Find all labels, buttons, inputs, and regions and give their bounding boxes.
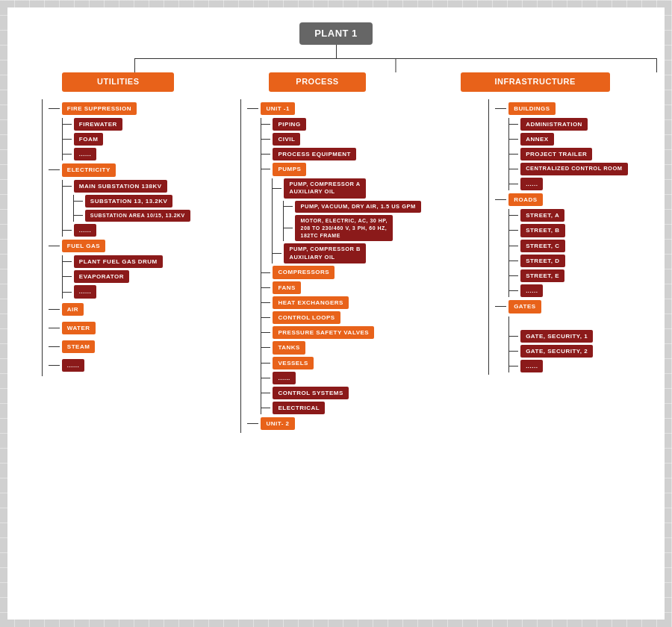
water-node: WATER <box>62 322 96 334</box>
diagram-wrapper: PLANT 1 UTILITIES PROCESS INFRASTRUCTURE <box>7 7 665 620</box>
ellipsis-bldg-node: ...... <box>520 178 543 190</box>
buildings-row: BUILDINGS <box>495 102 660 115</box>
unit1-row: UNIT -1 <box>247 102 464 115</box>
sub13-node: SUBSTATION 13, 13.2KV <box>85 195 173 208</box>
unit2-node: UNIT- 2 <box>261 417 294 430</box>
ellipsis-gates-node: ...... <box>520 360 543 372</box>
pumps-node: PUMPS <box>273 163 306 175</box>
buildings-node: BUILDINGS <box>508 102 556 115</box>
gate2-node: GATE, SECURITY, 2 <box>520 345 593 358</box>
pump-vacuum-node: PUMP, VACUUM, DRY AIR, 1.5 US GPM <box>295 201 420 213</box>
ellipsis-fire-node: ...... <box>74 148 96 160</box>
fire-suppression-node: FIRE SUPPRESSION <box>62 102 137 115</box>
ellipsis-util-row: ...... <box>49 359 217 372</box>
annex-node: ANNEX <box>520 133 554 146</box>
motor-node: MOTOR, ELECTRIC, AC, 30 HP,208 TO 230/46… <box>295 215 392 241</box>
piping-node: PIPING <box>273 118 305 131</box>
centralized-node: CENTRALIZED CONTROL ROOM <box>520 163 627 175</box>
air-row: AIR <box>49 303 217 316</box>
ellipsis-process-node: ...... <box>273 372 295 384</box>
ellipsis-gas-node: ...... <box>74 285 96 298</box>
street-b-node: STREET, B <box>520 224 564 237</box>
unit1-node: UNIT -1 <box>261 102 295 115</box>
foam-node: FOAM <box>74 133 104 146</box>
gate1-node: GATE, SECURITY, 1 <box>520 330 593 343</box>
admin-node: ADMINISTRATION <box>520 118 588 131</box>
electrical-node: ELECTRICAL <box>273 402 325 414</box>
org-chart: PLANT 1 UTILITIES PROCESS INFRASTRUCTURE <box>15 22 657 433</box>
compressors-node: COMPRESSORS <box>273 266 335 278</box>
root-node: PLANT 1 <box>299 22 373 45</box>
street-c-node: STREET, C <box>520 240 564 252</box>
electricity-node: ELECTRICITY <box>62 163 116 176</box>
process-header: PROCESS <box>269 72 366 91</box>
infrastructure-column: BUILDINGS ADMINISTRATION ANNEX PROJECT T… <box>488 99 660 375</box>
process-column: UNIT -1 PIPING CIVIL PROCESS EQUIPMENT <box>240 99 464 434</box>
street-a-node: STREET, A <box>520 209 564 222</box>
sub-area-node: SUBSTATION AREA 10/15, 13.2KV <box>85 210 190 222</box>
water-row: WATER <box>49 322 217 334</box>
control-systems-node: CONTROL SYSTEMS <box>273 387 348 399</box>
air-node: AIR <box>62 303 84 316</box>
pump-comp-b-node: PUMP, COMPRESSOR BAUXILIARY OIL <box>284 243 366 263</box>
roads-node: ROADS <box>508 193 542 206</box>
vessels-node: VESSELS <box>273 357 313 369</box>
control-loops-node: CONTROL LOOPS <box>273 311 340 324</box>
utilities-column: FIRE SUPPRESSION FIREWATER FOAM ...... <box>42 99 217 377</box>
utilities-header: UTILITIES <box>62 72 174 91</box>
fuelgas-node: FUEL GAS <box>62 240 105 252</box>
pumps-row: PUMPS <box>261 163 464 175</box>
civil-node: CIVIL <box>273 133 300 146</box>
steam-node: STEAM <box>62 340 96 353</box>
electricity-row: ELECTRICITY <box>49 163 217 176</box>
tree-row: FIRE SUPPRESSION <box>49 102 217 115</box>
street-d-node: STREET, D <box>520 255 564 267</box>
pressure-safety-node: PRESSURE SAFETY VALVES <box>273 326 374 339</box>
ellipsis-elec-node: ...... <box>74 224 96 237</box>
project-trailer-node: PROJECT TRAILER <box>520 148 592 160</box>
unit2-row: UNIT- 2 <box>247 417 464 430</box>
firewater-node: FIREWATER <box>74 118 122 131</box>
ellipsis-util-node: ...... <box>62 359 84 372</box>
heat-exchangers-node: HEAT EXCHANGERS <box>273 296 348 309</box>
steam-row: STEAM <box>49 340 217 353</box>
evaporator-node: EVAPORATOR <box>74 270 129 283</box>
roads-row: ROADS <box>495 193 660 206</box>
street-e-node: STREET, E <box>520 269 564 282</box>
process-equip-node: PROCESS EQUIPMENT <box>273 148 355 160</box>
pump-comp-a-node: PUMP, COMPRESSOR AAUXILIARY OIL <box>284 178 365 199</box>
plantfuel-node: PLANT FUEL GAS DRUM <box>74 255 163 268</box>
gates-row: GATES <box>495 300 660 313</box>
tanks-node: TANKS <box>273 341 305 354</box>
infra-header: INFRASTRUCTURE <box>461 72 610 91</box>
ellipsis-roads-node: ...... <box>520 284 543 297</box>
main-sub-node: MAIN SUBSTATION 138KV <box>74 180 167 193</box>
fans-node: FANS <box>273 281 300 294</box>
fuelgas-row: FUEL GAS <box>49 240 217 252</box>
gates-node: GATES <box>508 300 541 313</box>
